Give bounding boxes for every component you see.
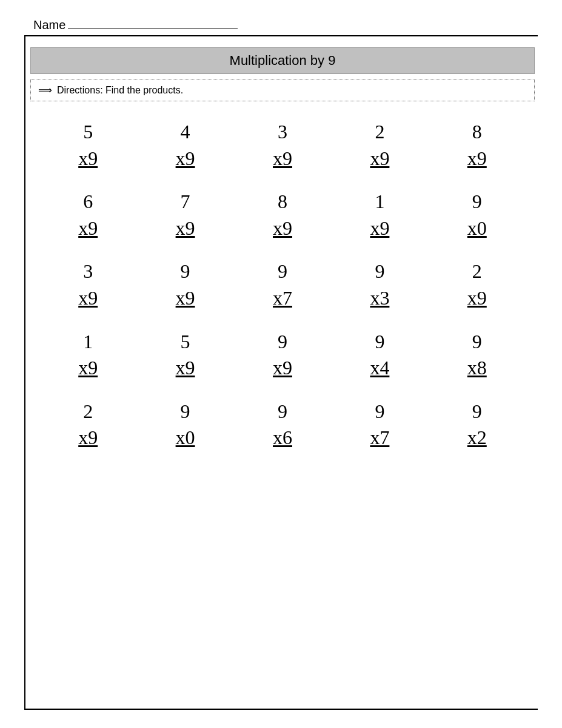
math-problem: 9x8 [432, 329, 523, 381]
math-problem: 2x9 [432, 259, 523, 311]
math-problem: 9x7 [334, 399, 425, 451]
problem-multiplicand: 9 [375, 399, 384, 425]
problem-multiplier: x9 [273, 216, 292, 241]
arrow-icon: ⟹ [38, 84, 52, 96]
math-problem: 9x7 [237, 259, 328, 311]
problem-multiplicand: 6 [83, 189, 93, 215]
problem-multiplier: x3 [370, 286, 389, 311]
problem-multiplicand: 5 [83, 120, 93, 145]
problem-multiplicand: 9 [472, 189, 482, 215]
problem-multiplier: x9 [176, 356, 195, 381]
problem-multiplicand: 9 [278, 259, 287, 285]
math-problem: 3x9 [237, 120, 328, 171]
math-problem: 8x9 [237, 189, 328, 241]
problem-multiplicand: 1 [83, 329, 93, 355]
problem-multiplicand: 9 [375, 329, 384, 355]
math-problem: 8x9 [432, 120, 523, 171]
math-problem: 3x9 [42, 259, 133, 311]
problem-multiplicand: 1 [375, 189, 384, 215]
problem-multiplier: x7 [273, 286, 292, 311]
problem-multiplicand: 2 [83, 399, 93, 425]
border-bottom [24, 709, 538, 710]
problem-multiplier: x8 [467, 356, 487, 381]
problem-multiplicand: 7 [181, 189, 190, 215]
problem-multiplier: x9 [467, 146, 487, 172]
problems-grid: 5x94x93x92x98x96x97x98x91x99x03x99x99x79… [30, 113, 535, 457]
problem-multiplier: x0 [467, 216, 487, 241]
problem-multiplier: x9 [176, 286, 195, 311]
math-problem: 9x9 [237, 329, 328, 381]
math-problem: 2x9 [334, 120, 425, 171]
problem-multiplier: x9 [78, 146, 98, 172]
border-left [24, 35, 25, 710]
math-problem: 9x4 [334, 329, 425, 381]
math-problem: 7x9 [139, 189, 230, 241]
math-problem: 5x9 [42, 120, 133, 171]
name-label: Name [33, 18, 65, 32]
problem-multiplicand: 2 [375, 120, 384, 145]
name-line: Name [33, 17, 238, 32]
math-problem: 1x9 [334, 189, 425, 241]
problem-multiplier: x9 [467, 286, 487, 311]
problem-multiplicand: 5 [181, 329, 190, 355]
math-problem: 9x0 [432, 189, 523, 241]
math-problem: 9x3 [334, 259, 425, 311]
problem-multiplier: x9 [176, 146, 195, 172]
problem-multiplier: x9 [273, 356, 292, 381]
directions-box: ⟹ Directions: Find the products. [30, 79, 535, 101]
problem-multiplier: x9 [370, 216, 389, 241]
problem-multiplicand: 9 [278, 399, 287, 425]
problem-multiplicand: 9 [181, 399, 190, 425]
problem-multiplier: x4 [370, 356, 389, 381]
problem-multiplier: x6 [273, 425, 292, 451]
border-top [24, 35, 538, 36]
problem-multiplier: x9 [370, 146, 389, 172]
problem-multiplicand: 9 [472, 399, 482, 425]
math-problem: 9x2 [432, 399, 523, 451]
directions-text: Directions: Find the products. [57, 85, 183, 96]
problem-multiplicand: 9 [472, 329, 482, 355]
math-problem: 9x6 [237, 399, 328, 451]
problem-multiplier: x9 [78, 286, 98, 311]
problem-multiplicand: 2 [472, 259, 482, 285]
problem-multiplier: x9 [78, 216, 98, 241]
content-area: Multiplication by 9 ⟹ Directions: Find t… [30, 41, 535, 704]
problem-multiplicand: 9 [181, 259, 190, 285]
math-problem: 9x0 [139, 399, 230, 451]
problem-multiplicand: 8 [472, 120, 482, 145]
problem-multiplicand: 9 [375, 259, 384, 285]
math-problem: 9x9 [139, 259, 230, 311]
page: Name Multiplication by 9 ⟹ Directions: F… [0, 0, 562, 728]
problem-multiplier: x9 [78, 356, 98, 381]
worksheet-title: Multiplication by 9 [230, 53, 336, 68]
problem-multiplier: x7 [370, 425, 389, 451]
problem-multiplicand: 8 [278, 189, 287, 215]
math-problem: 4x9 [139, 120, 230, 171]
problem-multiplier: x9 [78, 425, 98, 451]
math-problem: 2x9 [42, 399, 133, 451]
problem-multiplicand: 3 [83, 259, 93, 285]
problem-multiplier: x2 [467, 425, 487, 451]
math-problem: 6x9 [42, 189, 133, 241]
math-problem: 1x9 [42, 329, 133, 381]
problem-multiplicand: 9 [278, 329, 287, 355]
math-problem: 5x9 [139, 329, 230, 381]
problem-multiplicand: 4 [181, 120, 190, 145]
title-box: Multiplication by 9 [30, 47, 535, 74]
problem-multiplier: x9 [176, 216, 195, 241]
name-underline-field [68, 17, 238, 29]
problem-multiplier: x9 [273, 146, 292, 172]
problem-multiplier: x0 [176, 425, 195, 451]
problem-multiplicand: 3 [278, 120, 287, 145]
